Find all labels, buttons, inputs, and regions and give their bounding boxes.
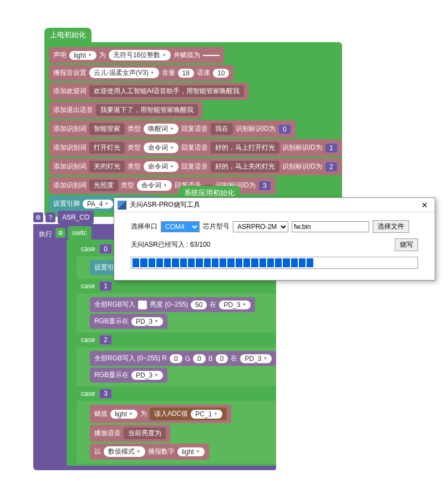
rgb-show-block-2[interactable]: RGB显示在PD_3▼ bbox=[90, 368, 167, 383]
rgb-show-block[interactable]: RGB显示在PD_3▼ bbox=[90, 314, 167, 329]
help-icon[interactable]: ? bbox=[45, 212, 55, 222]
value-slot[interactable] bbox=[203, 55, 220, 56]
rec-block-1[interactable]: 添加识别词打开灯光 类型命令词▼ 回复语音好的，马上打开灯光 识别标识ID为1 bbox=[49, 139, 342, 156]
status-text: 天问ASR已经写入 : 63/100 bbox=[131, 240, 210, 250]
case-1[interactable]: case1 bbox=[77, 279, 276, 293]
progress-bar bbox=[131, 257, 418, 269]
dialog-titlebar[interactable]: 天问ASR-PRO烧写工具 ✕ bbox=[114, 198, 435, 212]
gear-icon[interactable]: ⚙ bbox=[33, 212, 43, 222]
rec-block-0[interactable]: 添加识别词智能管家 类型唤醒词▼ 回复语音我在 识别标识ID为0 bbox=[49, 120, 296, 138]
file-input[interactable] bbox=[292, 221, 369, 232]
exit-block[interactable]: 添加退出语音 我要退下了，用智能管家唤醒我 bbox=[49, 101, 202, 119]
chip-select[interactable]: ASRPRO-2M bbox=[233, 221, 288, 232]
rgb-write-rgb-block[interactable]: 全部RGB写入 (0~255) R0 G0 B0 在PD_3▼ bbox=[90, 351, 276, 366]
rgb-write-block[interactable]: 全部RGB写入亮度 (0~255) 50在 PD_3▼ bbox=[90, 297, 255, 312]
chip-label: 芯片型号 bbox=[203, 222, 230, 231]
hat-init[interactable]: 上电初始化 bbox=[44, 28, 91, 42]
dialog-title: 天问ASR-PRO烧写工具 bbox=[130, 200, 200, 210]
adc-block[interactable]: 读入ADC值PC_1▼ bbox=[150, 408, 227, 420]
close-icon[interactable]: ✕ bbox=[418, 201, 431, 210]
exec-label: 执行 bbox=[38, 226, 55, 239]
case-3[interactable]: case3 bbox=[77, 386, 276, 401]
welcome-block[interactable]: 添加欢迎词 欢迎使用人工智能AI语音助手，用智能管家唤醒我 bbox=[49, 83, 248, 100]
voice-set-block[interactable]: 播报音设置 云儿-温柔女声(V3)▼ 音量 18 语速 10 bbox=[49, 65, 233, 81]
port-label: 选择串口 bbox=[131, 222, 157, 231]
play-voice-block[interactable]: 播放语音当前亮度为 bbox=[90, 425, 170, 442]
assign-block[interactable]: 赋值light▼为 读入ADC值PC_1▼ bbox=[90, 405, 231, 423]
rec-block-2[interactable]: 添加识别词关闭灯光 类型命令词▼ 回复语音好的，马上关闭灯光 识别标识ID为2 bbox=[49, 158, 342, 175]
switch-block[interactable]: switc bbox=[68, 226, 91, 240]
declare-block[interactable]: 声明 light▼ 为 无符号16位整数▼ 并赋值为 bbox=[49, 47, 224, 63]
case-2[interactable]: case2 bbox=[77, 333, 276, 347]
type-dropdown[interactable]: 无符号16位整数▼ bbox=[109, 50, 171, 60]
burn-button[interactable]: 烧写 bbox=[395, 238, 418, 251]
rec-block-3[interactable]: 添加识别词光照度 类型命令词▼ 回复语音 识别标识ID为3 bbox=[49, 177, 276, 194]
burn-dialog: 天问ASR-PRO烧写工具 ✕ 选择串口 COM4 芯片型号 ASRPRO-2M… bbox=[114, 197, 435, 281]
speak-number-block[interactable]: 以数值模式▼ 播报数字light▼ bbox=[90, 444, 209, 460]
port-select[interactable]: COM4 bbox=[161, 221, 200, 232]
gear-icon[interactable]: ⚙ bbox=[55, 228, 65, 238]
var-dropdown[interactable]: light▼ bbox=[69, 51, 96, 60]
color-picker[interactable] bbox=[138, 301, 147, 309]
app-icon bbox=[118, 201, 126, 210]
asr-block[interactable]: ASR_CO bbox=[58, 211, 94, 224]
browse-button[interactable]: 选择文件 bbox=[373, 220, 409, 233]
